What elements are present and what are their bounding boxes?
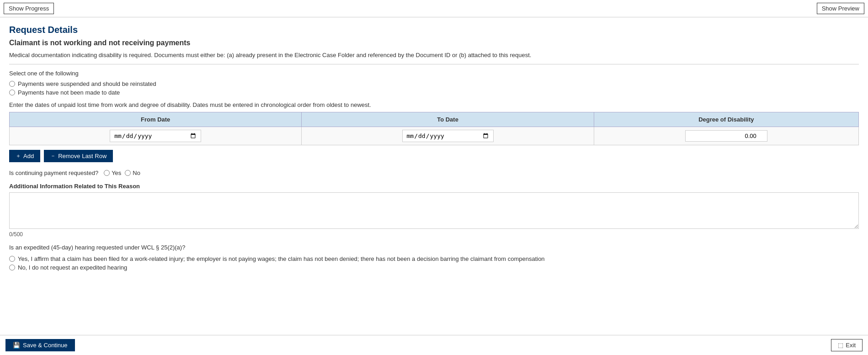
to-date-cell (302, 127, 594, 145)
from-date-cell (10, 127, 302, 145)
radio-option-2-text: Payments have not been made to date (18, 89, 120, 96)
minus-icon (50, 152, 56, 160)
add-button-label: Add (23, 153, 34, 159)
expedited-no-text: No, I do not request an expedited hearin… (18, 264, 127, 271)
additional-info-label: Additional Information Related to This R… (9, 183, 859, 190)
continuing-payment-radio-group: Yes No (104, 170, 140, 176)
radio-option-1-text: Payments were suspended and should be re… (18, 80, 156, 87)
continuing-no-label[interactable]: No (125, 170, 140, 176)
radio-group-payment: Payments were suspended and should be re… (9, 80, 859, 96)
continuing-yes-radio[interactable] (104, 170, 110, 176)
disability-cell (594, 127, 858, 145)
continuing-payment-question-row: Is continuing payment requested? Yes No (9, 170, 859, 176)
radio-option-2-label[interactable]: Payments have not been made to date (9, 89, 859, 96)
add-row-button[interactable]: Add (9, 150, 40, 162)
expedited-no-label[interactable]: No, I do not request an expedited hearin… (9, 264, 859, 271)
expedited-yes-text: Yes, I affirm that a claim has been file… (18, 255, 545, 262)
continuing-no-radio[interactable] (125, 170, 131, 176)
expedited-no-radio[interactable] (9, 265, 15, 270)
to-date-input[interactable] (402, 130, 494, 142)
radio-option-2[interactable] (9, 90, 15, 95)
col-degree-disability: Degree of Disability (594, 112, 858, 127)
page-title: Request Details (9, 25, 859, 35)
select-one-label: Select one of the following (9, 70, 859, 77)
table-actions: Add Remove Last Row (9, 150, 859, 162)
main-content: Request Details Claimant is not working … (0, 17, 868, 301)
additional-info-textarea[interactable] (9, 192, 859, 229)
remove-button-label: Remove Last Row (58, 153, 107, 159)
col-from-date: From Date (10, 112, 302, 127)
remove-last-row-button[interactable]: Remove Last Row (44, 150, 113, 162)
show-progress-button[interactable]: Show Progress (4, 3, 54, 14)
show-preview-button[interactable]: Show Preview (817, 3, 864, 14)
radio-option-1[interactable] (9, 81, 15, 87)
plus-icon (16, 152, 21, 160)
continuing-no-text: No (133, 170, 140, 176)
description-text: Medical documentation indicating disabil… (9, 52, 859, 58)
radio-option-1-label[interactable]: Payments were suspended and should be re… (9, 80, 859, 87)
char-count: 0/500 (9, 231, 859, 238)
dates-table: From Date To Date Degree of Disability (9, 112, 859, 145)
table-row (10, 127, 859, 145)
table-header-row: From Date To Date Degree of Disability (10, 112, 859, 127)
expedited-yes-radio[interactable] (9, 256, 15, 262)
disability-input[interactable] (685, 130, 767, 142)
expedited-yes-label[interactable]: Yes, I affirm that a claim has been file… (9, 255, 859, 262)
expedited-question: Is an expedited (45-day) hearing request… (9, 244, 859, 251)
continuing-yes-label[interactable]: Yes (104, 170, 121, 176)
section-title: Claimant is not working and not receivin… (9, 39, 859, 47)
dates-instruction: Enter the dates of unpaid lost time from… (9, 101, 859, 108)
expedited-radio-group: Yes, I affirm that a claim has been file… (9, 255, 859, 271)
continuing-payment-question-label: Is continuing payment requested? (9, 170, 98, 176)
from-date-input[interactable] (110, 130, 201, 142)
top-bar: Show Progress Show Preview (0, 0, 868, 17)
divider (9, 64, 859, 64)
continuing-yes-text: Yes (112, 170, 121, 176)
col-to-date: To Date (302, 112, 594, 127)
